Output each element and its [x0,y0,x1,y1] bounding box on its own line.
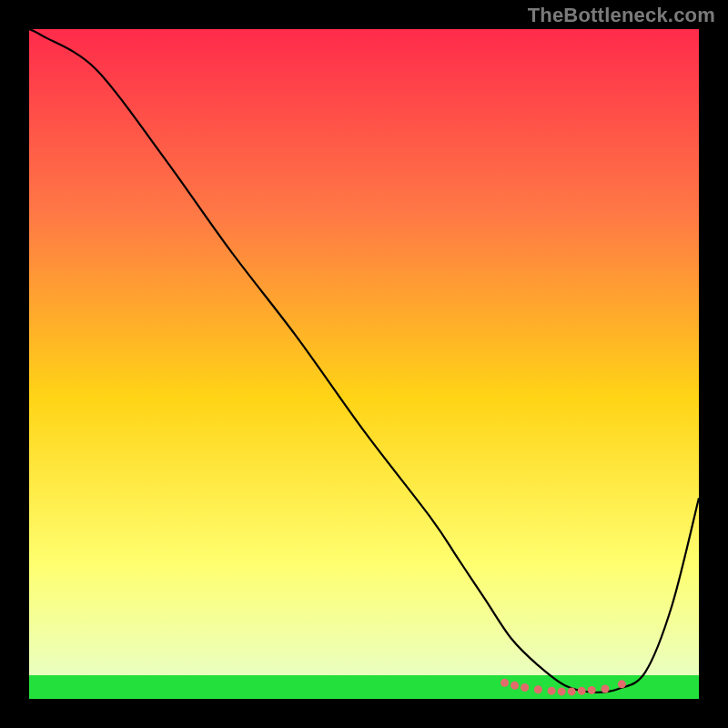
highlight-dot [568,687,576,695]
highlight-dot [500,679,509,687]
highlight-dot [578,687,586,695]
highlight-dot [521,683,529,692]
plot-svg [29,29,699,699]
highlight-dot [558,687,566,695]
chart-frame: TheBottleneck.com [0,0,728,728]
highlight-dot [618,680,626,688]
highlight-dot [534,685,542,693]
plot-area [29,29,699,699]
highlight-dot [511,682,519,690]
highlight-dot [548,687,556,695]
gradient-background [29,29,699,699]
attribution-text: TheBottleneck.com [528,4,715,27]
highlight-dot [588,686,596,694]
highlight-dot [601,684,609,693]
